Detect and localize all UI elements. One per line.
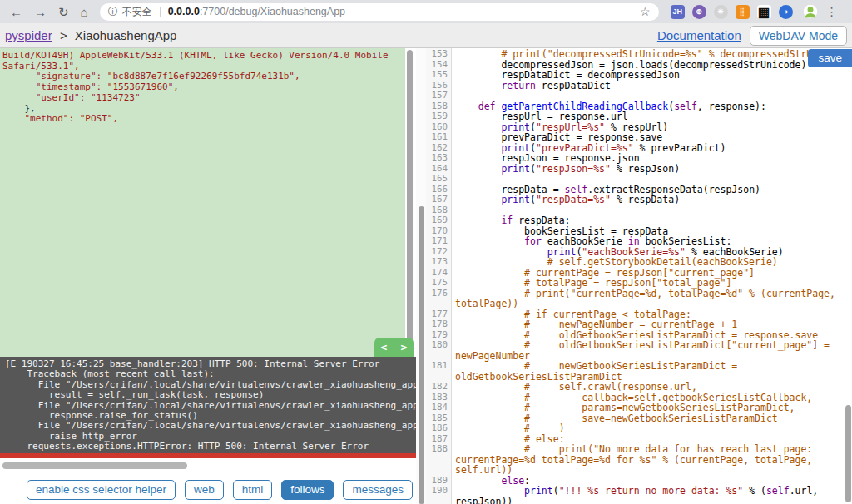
code-text: print("!!! %s return no more data: %s" %… [452,486,852,504]
footer-button-enable-css-selector-helper[interactable]: enable css selector helper [27,480,176,500]
task-scrollbar[interactable] [407,50,413,353]
code-text [452,174,852,185]
code-lines[interactable]: 153 # print("decompressedStrUnicode=%s" … [426,49,852,504]
footer-area: enable css selector helperwebhtmlfollows… [0,458,416,504]
footer-button-web[interactable]: web [185,480,224,500]
line-number: 163 [426,153,452,164]
code-text: # print("currentPage=%d, totalPage=%d" %… [452,289,852,309]
footer-button-follows[interactable]: follows [281,480,334,500]
code-line: 180 # oldGetbookSeriesListParamDict["cur… [426,340,852,361]
prev-task-button[interactable]: < [374,338,394,357]
save-button[interactable]: save [808,49,852,67]
line-number: 184 [426,403,452,413]
task-json-text[interactable]: Build/KOT49H) AppleWebKit/533.1 (KHTML, … [0,48,405,357]
url-path: :7700/debug/XiaohuashengApp [200,6,345,17]
code-text: # newGetbookSeriesListParamDict = oldGet… [452,361,852,382]
code-text: if respData: [452,215,852,226]
code-line: 155 respDataDict = decompressedJson [426,70,852,81]
footer-button-messages[interactable]: messages [343,480,413,500]
code-line: 188 # print("No more data for has reach … [426,444,852,476]
line-number: 169 [426,215,452,226]
browser-nav-icons: ←→↻⌂ [10,6,88,18]
line-number: 176 [426,289,452,309]
bookmark-star-icon[interactable]: ☆ [640,5,651,18]
line-number: 157 [426,91,452,101]
documentation-link[interactable]: Documentation [657,28,741,42]
code-line: 163 respJson = response.json [426,153,852,164]
url-bar[interactable]: ⓘ 不安全 0.0.0.0:7700/debug/XiaohuashengApp… [100,3,659,21]
line-number: 182 [426,382,452,393]
line-number: 155 [426,70,452,81]
line-number: 173 [426,257,452,268]
extension-flower-icon[interactable]: ✳ [714,5,728,19]
task-nav: < > [374,338,414,357]
left-panel: Build/KOT49H) AppleWebKit/533.1 (KHTML, … [0,48,416,504]
person-icon [803,4,818,19]
page-header: pyspider > XiaohuashengApp Documentation… [0,23,852,48]
extension-jh-icon[interactable]: JH [671,5,685,19]
editor-scrollbar[interactable] [845,405,851,502]
footer-button-html[interactable]: html [233,480,273,500]
traceback-text: [E 190327 16:45:25 base_handler:203] HTT… [0,357,416,453]
code-text: print("respJson=%s" % respJson) [452,164,852,175]
line-number: 188 [426,444,452,476]
code-line: 159 respUrl = response.url [426,111,852,122]
line-number: 161 [426,132,452,143]
extension-swirl-icon[interactable]: ◑ [779,5,793,19]
console-log: [E 190327 16:45:25 base_handler:203] HTT… [0,357,416,453]
code-line: 153 # print("decompressedStrUnicode=%s" … [426,49,852,60]
back-icon[interactable]: ← [10,6,22,18]
footer-buttons: enable css selector helperwebhtmlfollows… [27,480,413,500]
code-line: 156 return respDataDict [426,81,852,91]
webdav-mode-button[interactable]: WebDAV Mode [750,26,847,46]
breadcrumb-separator: > [60,28,67,42]
line-number: 178 [426,319,452,330]
code-text: # print("No more data for has reach last… [452,444,852,476]
info-icon[interactable]: ⓘ [108,5,118,19]
security-label: 不安全 [122,5,152,19]
code-line: 176 # print("currentPage=%d, totalPage=%… [426,289,852,309]
code-line: 164 print("respJson=%s" % respJson) [426,164,852,175]
code-text: # print("decompressedStrUnicode=%s" % de… [452,49,852,60]
code-text: print("respData=%s" % respData) [452,195,852,205]
forward-icon[interactable]: → [34,6,47,18]
line-number: 167 [426,195,452,205]
pyspider-link[interactable]: pyspider [5,28,52,42]
code-line: 161 prevParaDict = response.save [426,132,852,143]
url-host: 0.0.0.0 [168,6,200,17]
next-task-button[interactable]: > [394,338,414,357]
extensions-bar: JH⊕✳⣿▦◑ [671,5,793,19]
line-number: 165 [426,174,452,185]
code-line: 167 print("respData=%s" % respData) [426,195,852,205]
line-number: 190 [426,486,452,504]
line-number: 180 [426,340,452,361]
code-editor[interactable]: 153 # print("decompressedStrUnicode=%s" … [426,48,852,504]
line-number: 175 [426,278,452,289]
code-text: # oldGetbookSeriesListParamDict["current… [452,340,852,361]
line-number: 171 [426,236,452,247]
browser-menu-icon[interactable]: ⋮ [826,5,838,18]
horizontal-scrollbar[interactable] [2,462,187,469]
line-number: 153 [426,49,452,60]
url-divider [160,7,161,17]
panel-divider[interactable] [416,48,426,504]
code-line: 169 if respData: [426,215,852,226]
task-editor[interactable]: Build/KOT49H) AppleWebKit/533.1 (KHTML, … [0,48,416,357]
extension-grid-icon[interactable]: ⣿ [736,5,750,19]
main-area: Build/KOT49H) AppleWebKit/533.1 (KHTML, … [0,48,852,504]
code-line: 165 [426,174,852,185]
home-icon[interactable]: ⌂ [81,6,88,18]
line-number: 181 [426,361,452,382]
project-name: XiaohuashengApp [75,28,177,42]
line-number: 159 [426,111,452,122]
browser-chrome: ←→↻⌂ ⓘ 不安全 0.0.0.0:7700/debug/Xiaohuashe… [0,0,852,23]
code-line: 181 # newGetbookSeriesListParamDict = ol… [426,361,852,382]
profile-avatar[interactable] [803,4,818,19]
divider-scrollbar[interactable] [419,206,424,504]
extension-qr-icon[interactable]: ▦ [757,5,771,19]
line-number: 186 [426,423,452,434]
extension-globe-icon[interactable]: ⊕ [692,5,706,19]
reload-icon[interactable]: ↻ [58,6,69,18]
code-line: 190 print("!!! %s return no more data: %… [426,486,852,504]
breadcrumb: pyspider > XiaohuashengApp [5,28,176,42]
